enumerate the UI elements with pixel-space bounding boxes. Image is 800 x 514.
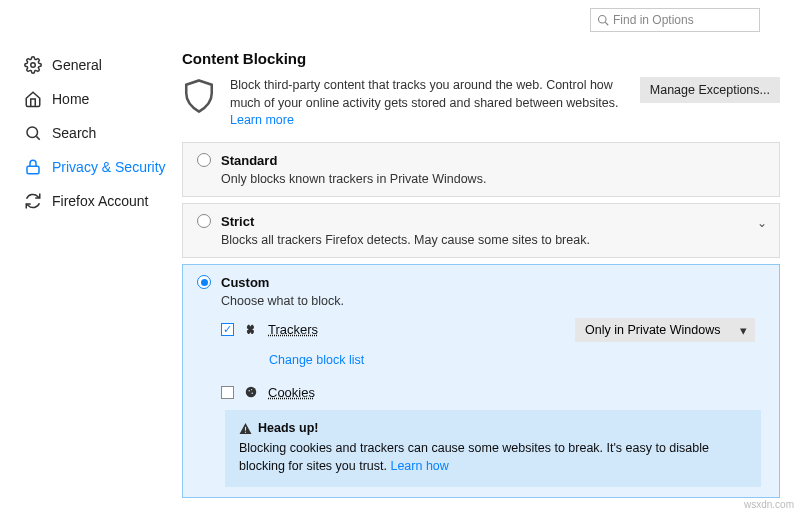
sidebar-item-home[interactable]: Home [22,82,172,116]
option-title: Strict [221,214,254,229]
change-block-list-link[interactable]: Change block list [269,353,364,367]
sidebar-item-search[interactable]: Search [22,116,172,150]
sidebar-item-firefox-account[interactable]: Firefox Account [22,184,172,218]
radio-custom[interactable] [197,275,211,289]
learn-more-link[interactable]: Learn more [230,113,294,127]
svg-rect-10 [245,427,246,431]
watermark: wsxdn.com [744,499,794,510]
option-standard[interactable]: Standard Only blocks known trackers in P… [182,142,780,197]
main-content: Content Blocking Block third-party conte… [182,40,780,504]
svg-point-7 [248,390,250,392]
sidebar-item-privacy-security[interactable]: Privacy & Security [22,150,172,184]
sidebar-item-general[interactable]: General [22,48,172,82]
note-body: Blocking cookies and trackers can cause … [239,441,709,473]
learn-how-link[interactable]: Learn how [390,459,448,473]
search-icon [597,14,609,26]
option-custom[interactable]: Custom Choose what to block. Trackers On… [182,264,780,499]
search-placeholder: Find in Options [613,13,694,27]
search-icon [24,124,42,142]
cookies-label: Cookies [268,385,315,400]
tracker-icon [244,323,258,337]
search-input[interactable]: Find in Options [590,8,760,32]
sidebar-item-label: General [52,57,102,73]
sidebar-item-label: Search [52,125,96,141]
svg-point-6 [246,387,257,398]
option-title: Standard [221,153,277,168]
warning-note: Heads up! Blocking cookies and trackers … [225,410,761,488]
home-icon [24,90,42,108]
option-subtitle: Only blocks known trackers in Private Wi… [221,172,765,186]
svg-point-9 [251,389,252,390]
option-subtitle: Choose what to block. [221,294,765,308]
note-title-text: Heads up! [258,420,318,438]
chevron-down-icon[interactable]: ⌄ [757,216,767,230]
sidebar-item-label: Privacy & Security [52,159,166,175]
svg-point-3 [27,127,38,138]
svg-point-2 [31,63,36,68]
section-title: Content Blocking [182,50,780,67]
gear-icon [24,56,42,74]
sidebar-item-label: Firefox Account [52,193,149,209]
sync-icon [24,192,42,210]
option-subtitle: Blocks all trackers Firefox detects. May… [221,233,765,247]
sidebar-item-label: Home [52,91,89,107]
trackers-mode-dropdown[interactable]: Only in Private Windows [575,318,755,342]
svg-line-1 [605,22,608,25]
svg-rect-5 [27,166,39,174]
radio-standard[interactable] [197,153,211,167]
svg-point-8 [251,392,253,394]
checkbox-trackers[interactable] [221,323,234,336]
lock-icon [24,158,42,176]
svg-line-4 [36,136,39,139]
manage-exceptions-button[interactable]: Manage Exceptions... [640,77,780,103]
checkbox-cookies[interactable] [221,386,234,399]
svg-rect-11 [245,432,246,433]
sidebar: General Home Search Privacy & Security F… [22,40,172,504]
svg-point-0 [599,16,607,24]
cookie-icon [244,385,258,399]
radio-strict[interactable] [197,214,211,228]
shield-icon [182,77,216,118]
option-strict[interactable]: ⌄ Strict Blocks all trackers Firefox det… [182,203,780,258]
trackers-label: Trackers [268,322,318,337]
option-title: Custom [221,275,269,290]
warning-icon [239,422,252,435]
section-description: Block third-party content that tracks yo… [230,77,626,130]
